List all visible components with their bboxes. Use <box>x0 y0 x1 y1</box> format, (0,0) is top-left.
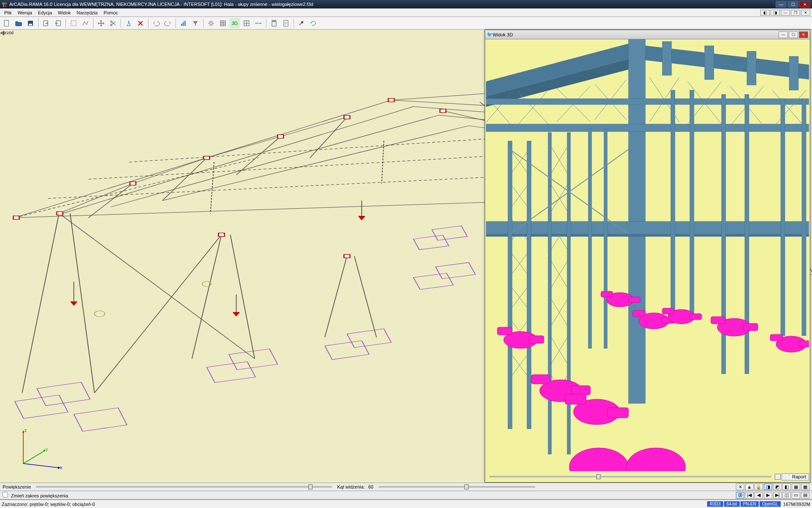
svg-rect-82 <box>344 254 350 258</box>
svg-rect-108 <box>486 99 809 105</box>
menu-pomoc[interactable]: Pomoc <box>101 9 121 16</box>
redo-icon[interactable] <box>163 18 173 28</box>
raport-button[interactable]: 📄 Raport <box>782 473 809 480</box>
maximize-button[interactable]: ☐ <box>787 1 798 8</box>
iso-4-button[interactable]: ▦ <box>792 483 800 490</box>
table-icon[interactable] <box>218 18 228 28</box>
svg-rect-5 <box>71 21 76 26</box>
svg-rect-16 <box>272 21 276 22</box>
iso-3-button[interactable]: ◧ <box>782 483 791 490</box>
calc-icon[interactable] <box>269 18 279 28</box>
svg-line-46 <box>15 158 258 218</box>
zoom-range-checkbox-label[interactable]: Zmień zakres powiększenia <box>3 492 68 498</box>
view-up-button[interactable]: ▲ <box>745 483 754 490</box>
select-window-icon[interactable] <box>69 18 79 28</box>
nav-next-button[interactable]: ▶ <box>764 492 772 499</box>
grid2-icon[interactable] <box>241 18 252 28</box>
open-icon[interactable] <box>14 18 24 28</box>
report-icon[interactable] <box>281 18 291 28</box>
wire-toggle[interactable]: ▤ <box>801 492 809 499</box>
svg-rect-193 <box>743 323 758 331</box>
minimize-button[interactable]: — <box>776 1 787 8</box>
zoom-slider[interactable] <box>36 486 332 488</box>
menu-edycja[interactable]: Edycja <box>36 9 55 16</box>
svg-text:y: y <box>46 447 48 452</box>
menu-narzedzia[interactable]: Narzędzia <box>74 9 100 16</box>
nav-prev-button[interactable]: ◀ <box>754 492 763 499</box>
save-icon[interactable] <box>25 18 36 28</box>
panel-3d-titlebar[interactable]: 🐦 Widok 3D — ☐ ✕ <box>485 30 810 39</box>
iso-5-button[interactable]: ▩ <box>801 483 809 490</box>
wrench-icon[interactable] <box>296 18 307 28</box>
svg-rect-130 <box>567 133 571 454</box>
iso-1-button[interactable]: ◨ <box>764 483 772 490</box>
filter-icon[interactable] <box>190 18 200 28</box>
svg-rect-184 <box>628 297 640 303</box>
svg-rect-190 <box>690 314 702 320</box>
undo-icon[interactable] <box>151 18 161 28</box>
svg-text:z: z <box>25 428 27 433</box>
svg-line-18 <box>22 213 59 393</box>
dimension-icon[interactable] <box>253 18 263 28</box>
results-bars-icon[interactable] <box>178 18 189 28</box>
svg-line-55 <box>310 117 347 158</box>
svg-rect-71 <box>204 156 210 160</box>
zoom-range-checkbox[interactable] <box>3 492 8 497</box>
doc-restore[interactable]: ❐ <box>791 10 800 16</box>
refresh-icon[interactable] <box>308 18 318 28</box>
angle-slider[interactable] <box>379 486 535 488</box>
gear-icon[interactable] <box>206 18 216 28</box>
statusbar: Zaznaczono: prętów-0; węzłów-0; obciążeń… <box>0 500 812 508</box>
overlay-toggle-1[interactable]: ◧ <box>760 10 770 16</box>
view-reset-button[interactable]: ✕ <box>736 483 744 490</box>
svg-line-23 <box>354 256 376 337</box>
panel-close-button[interactable]: ✕ <box>799 31 808 38</box>
svg-line-98 <box>23 451 44 464</box>
svg-rect-176 <box>571 386 590 395</box>
svg-rect-105 <box>486 221 809 234</box>
select-fence-icon[interactable] <box>80 18 91 28</box>
angle-label: Kąt widzenia: <box>337 484 365 489</box>
svg-rect-73 <box>344 116 350 119</box>
new-icon[interactable] <box>2 18 12 28</box>
svg-rect-146 <box>604 128 607 348</box>
support-icon[interactable] <box>123 18 134 28</box>
menubar: Plik Wersja Edycja Widok Narzędzia Pomoc… <box>0 8 812 17</box>
move-icon[interactable] <box>96 18 106 28</box>
view-angle-slider-3d[interactable] <box>489 476 771 478</box>
svg-rect-0 <box>4 20 8 26</box>
scissors-icon[interactable] <box>108 18 118 28</box>
doc-close[interactable]: ✕ <box>801 10 810 16</box>
panel-option-toggle[interactable] <box>775 474 781 480</box>
nav-last-button[interactable]: ▶| <box>773 492 782 499</box>
import-icon[interactable] <box>53 18 63 28</box>
menu-plik[interactable]: Plik <box>2 9 14 16</box>
svg-rect-196 <box>799 341 809 347</box>
svg-rect-109 <box>662 41 672 75</box>
panel-maximize-button[interactable]: ☐ <box>789 31 798 38</box>
menu-wersja[interactable]: Wersja <box>15 9 35 16</box>
iso-2-button[interactable]: ◩ <box>773 483 782 490</box>
svg-rect-81 <box>219 233 225 236</box>
panel-minimize-button[interactable]: — <box>779 31 788 38</box>
3d-icon[interactable]: 3D <box>230 18 240 28</box>
angle-value: 60 <box>368 484 373 489</box>
nav-first-button[interactable]: |◀ <box>745 492 754 499</box>
delete-icon[interactable] <box>135 18 145 28</box>
svg-line-21 <box>230 235 255 359</box>
viewport-3d[interactable] <box>486 39 809 471</box>
titlebar: 🏗️ ArCADia-RAMA 16.0 Licencja dla WEWNĘT… <box>0 0 812 8</box>
lock-view-button[interactable]: 🔒 <box>754 483 763 490</box>
nav-home-button[interactable]: ⦿ <box>736 492 744 499</box>
overlay-toggle-2[interactable]: ◨ <box>771 10 780 16</box>
ortho-toggle[interactable]: ▭ <box>792 492 800 499</box>
perspective-toggle[interactable]: ◫ <box>782 492 791 499</box>
svg-text:x: x <box>60 465 62 470</box>
svg-rect-152 <box>802 99 806 336</box>
svg-rect-172 <box>497 327 512 335</box>
export-icon[interactable] <box>41 18 51 28</box>
close-button[interactable]: ✕ <box>799 1 810 8</box>
panel-3d-icon: 🐦 <box>487 32 493 37</box>
menu-widok[interactable]: Widok <box>55 9 74 16</box>
doc-minimize[interactable]: — <box>781 10 790 16</box>
